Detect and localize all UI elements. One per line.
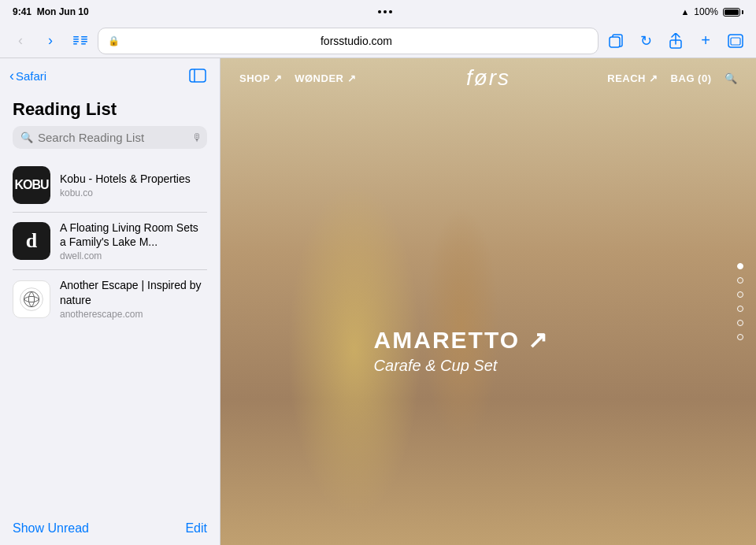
sidebar-search[interactable]: 🔍 🎙	[13, 126, 207, 149]
sidebar-toggle-button[interactable]	[185, 63, 210, 88]
wifi-icon: ▲	[680, 7, 689, 17]
dwell-favicon: d	[13, 222, 50, 260]
reading-item-title: A Floating Living Room Sets a Family's L…	[60, 221, 207, 249]
svg-rect-12	[190, 69, 206, 82]
site-nav-right: REACH ↗ BAG (0) 🔍	[607, 72, 737, 84]
share-button[interactable]	[663, 28, 688, 54]
forward-button[interactable]: ›	[38, 28, 63, 54]
refresh-button[interactable]: ↻	[633, 28, 658, 54]
site-nav-wonder[interactable]: WØNDER ↗	[295, 72, 356, 84]
app-container: ‹ › 🔒 forsstudio.com	[0, 24, 756, 545]
slide-dot-6[interactable]	[737, 334, 743, 340]
browser-body: ‹ Safari Reading List 🔍 🎙	[0, 58, 756, 545]
reading-item-text: A Floating Living Room Sets a Family's L…	[60, 221, 207, 261]
reading-item-title: Another Escape | Inspired by nature	[60, 278, 207, 306]
hero-text: AMARETTO ↗ Carafe & Cup Set	[374, 326, 550, 375]
back-safari-button[interactable]: ‹ Safari	[9, 65, 46, 87]
anotherescape-favicon	[13, 280, 50, 318]
slide-dot-3[interactable]	[737, 291, 743, 298]
reader-mode-button[interactable]	[68, 28, 93, 54]
url-text: forsstudio.com	[124, 35, 588, 47]
sidebar-header: Reading List 🔍 🎙	[0, 88, 220, 158]
svg-rect-7	[73, 43, 77, 45]
reading-item[interactable]: d A Floating Living Room Sets a Family's…	[6, 213, 213, 269]
kobu-favicon: KOBU	[13, 166, 50, 204]
svg-rect-4	[81, 39, 87, 40]
site-logo[interactable]: førs	[466, 65, 510, 91]
svg-rect-0	[73, 36, 79, 38]
address-bar[interactable]: 🔒 forsstudio.com	[98, 28, 598, 54]
battery-icon	[723, 8, 743, 17]
tab-overview-button[interactable]	[603, 28, 628, 54]
hero-title[interactable]: AMARETTO ↗	[374, 326, 550, 354]
hero-image	[220, 58, 756, 545]
status-center	[378, 10, 392, 13]
status-right: ▲ 100%	[680, 6, 743, 17]
svg-rect-5	[81, 41, 87, 43]
svg-rect-1	[73, 39, 79, 40]
slide-dot-4[interactable]	[737, 306, 743, 312]
svg-rect-3	[81, 36, 87, 38]
lock-icon: 🔒	[108, 35, 120, 46]
status-bar: 9:41 Mon Jun 10 ▲ 100%	[0, 0, 756, 24]
website-content: SHOP ↗ WØNDER ↗ førs REACH ↗ BAG (0) 🔍 A…	[220, 58, 756, 545]
site-nav-bag[interactable]: BAG (0)	[671, 72, 712, 84]
microphone-icon[interactable]: 🎙	[192, 132, 202, 143]
site-nav: SHOP ↗ WØNDER ↗ førs REACH ↗ BAG (0) 🔍	[220, 58, 756, 98]
add-button[interactable]: +	[693, 28, 718, 54]
back-chevron-icon: ‹	[9, 68, 14, 84]
reading-item-url: dwell.com	[60, 250, 207, 261]
site-nav-shop[interactable]: SHOP ↗	[239, 72, 282, 84]
sidebar-top: ‹ Safari	[0, 58, 220, 88]
reading-item-title: Kobu - Hotels & Properties	[60, 172, 207, 186]
reading-item-text: Kobu - Hotels & Properties kobu.co	[60, 172, 207, 198]
edit-button[interactable]: Edit	[185, 521, 207, 536]
slide-dot-2[interactable]	[737, 277, 743, 284]
site-nav-reach[interactable]: REACH ↗	[607, 72, 658, 84]
svg-rect-6	[81, 43, 86, 45]
back-button[interactable]: ‹	[8, 28, 33, 54]
status-time: 9:41 Mon Jun 10	[13, 6, 89, 17]
reading-item[interactable]: Another Escape | Inspired by nature anot…	[6, 270, 213, 327]
reading-item[interactable]: KOBU Kobu - Hotels & Properties kobu.co	[6, 158, 213, 212]
slide-dot-5[interactable]	[737, 320, 743, 326]
search-icon: 🔍	[20, 132, 33, 143]
tabs-button[interactable]	[723, 28, 748, 54]
show-unread-button[interactable]: Show Unread	[13, 521, 89, 536]
reading-list: KOBU Kobu - Hotels & Properties kobu.co …	[0, 158, 220, 512]
sidebar-title: Reading List	[13, 95, 207, 126]
svg-rect-2	[73, 41, 79, 43]
svg-rect-8	[610, 37, 620, 47]
hero-subtitle: Carafe & Cup Set	[374, 357, 550, 375]
reading-item-url: anotherescape.com	[60, 309, 207, 320]
slide-indicators	[737, 263, 743, 340]
svg-rect-11	[731, 38, 740, 45]
reading-list-sidebar: ‹ Safari Reading List 🔍 🎙	[0, 58, 220, 545]
browser-nav-bar: ‹ › 🔒 forsstudio.com	[0, 24, 756, 58]
back-safari-label: Safari	[16, 69, 46, 83]
site-search-icon[interactable]: 🔍	[724, 72, 738, 84]
battery-percent: 100%	[694, 6, 718, 17]
reading-item-text: Another Escape | Inspired by nature anot…	[60, 278, 207, 319]
reading-item-url: kobu.co	[60, 187, 207, 198]
search-input[interactable]	[38, 131, 187, 144]
slide-dot-1[interactable]	[737, 263, 743, 269]
sidebar-footer: Show Unread Edit	[0, 512, 220, 545]
site-nav-left: SHOP ↗ WØNDER ↗	[239, 72, 356, 84]
